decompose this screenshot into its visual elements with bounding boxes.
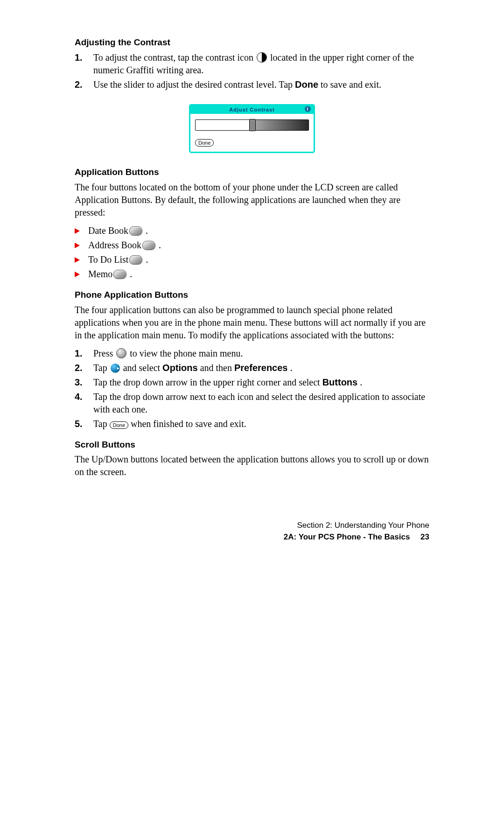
text: when finished to save and exit. — [131, 419, 246, 429]
bold-preferences: Preferences — [234, 363, 288, 373]
period: . — [143, 253, 148, 266]
info-icon: i — [305, 106, 311, 112]
memo-button-icon — [113, 270, 126, 279]
heading-scroll-buttons: Scroll Buttons — [75, 439, 429, 451]
text: and select — [123, 363, 162, 373]
heading-application-buttons: Application Buttons — [75, 166, 429, 178]
text: to view the phone main menu. — [130, 348, 243, 358]
text: Tap the drop down arrow in the upper rig… — [93, 377, 322, 387]
done-pill-icon: Done — [110, 421, 128, 429]
application-buttons-intro: The four buttons located on the bottom o… — [75, 181, 429, 219]
heading-phone-app-buttons: Phone Application Buttons — [75, 289, 429, 301]
list-item: Address Book . — [75, 239, 429, 252]
datebook-button-icon — [129, 226, 142, 236]
list-item: To Do List . — [75, 253, 429, 266]
contrast-steps: 1. To adjust the contrast, tap the contr… — [75, 51, 429, 91]
step-text: Use the slider to adjust the desired con… — [88, 78, 429, 91]
menu-icon — [111, 364, 120, 373]
step-text: Tap and select Options and then Preferen… — [88, 362, 429, 374]
text: To adjust the contrast, tap the contrast… — [93, 52, 256, 63]
text: Use the slider to adjust the desired con… — [93, 79, 295, 90]
step-number: 2. — [75, 362, 88, 374]
item-label: Memo — [88, 268, 112, 280]
item-label: Address Book — [88, 239, 141, 252]
step-number: 4. — [75, 391, 88, 403]
bold-options: Options — [162, 363, 198, 373]
text: and then — [200, 363, 234, 373]
page-footer: Section 2: Understanding Your Phone 2A: … — [75, 520, 429, 543]
app-button-list: Date Book . Address Book . To Do List . … — [75, 224, 429, 280]
contrast-slider[interactable] — [195, 119, 309, 131]
item-label: To Do List — [88, 253, 128, 266]
dialog-title-text: Adjust Contrast — [229, 107, 275, 112]
phone-button-icon — [116, 348, 126, 358]
dialog-titlebar: Adjust Contrast i — [190, 105, 314, 114]
item-label: Date Book — [88, 224, 128, 237]
step-number: 1. — [75, 347, 88, 360]
step-number: 5. — [75, 418, 88, 430]
bold-buttons: Buttons — [322, 377, 358, 387]
heading-adjusting-contrast: Adjusting the Contrast — [75, 36, 429, 49]
scroll-buttons-body: The Up/Down buttons located between the … — [75, 453, 429, 478]
step-text: Tap the drop down arrow in the upper rig… — [88, 376, 429, 389]
footer-section-line: Section 2: Understanding Your Phone — [75, 520, 429, 531]
step-number: 2. — [75, 78, 88, 91]
addressbook-button-icon — [142, 241, 155, 250]
step-text: Press to view the phone main menu. — [88, 347, 429, 360]
phone-app-steps: 1. Press to view the phone main menu. 2.… — [75, 347, 429, 430]
step-number: 3. — [75, 376, 88, 389]
period: . — [127, 268, 132, 280]
page-number: 23 — [420, 532, 429, 541]
contrast-icon — [257, 52, 267, 63]
period: . — [143, 224, 148, 237]
text: to save and exit. — [321, 79, 381, 90]
text: . — [290, 363, 293, 373]
list-item: Date Book . — [75, 224, 429, 237]
text: Tap — [93, 363, 110, 373]
step-text: Tap Done when finished to save and exit. — [88, 418, 429, 430]
slider-thumb[interactable] — [249, 119, 256, 131]
todolist-button-icon — [129, 255, 142, 265]
step-number: 1. — [75, 51, 88, 64]
text: Press — [93, 348, 115, 358]
text: . — [360, 377, 362, 387]
step-text: To adjust the contrast, tap the contrast… — [88, 51, 429, 77]
dialog-done-button[interactable]: Done — [195, 139, 214, 147]
bold-done: Done — [295, 79, 318, 90]
footer-chapter-line: 2A: Your PCS Phone - The Basics 23 — [75, 532, 429, 543]
contrast-dialog-figure: Adjust Contrast i Done — [189, 104, 315, 154]
step-text: Tap the drop down arrow next to each ico… — [88, 391, 429, 416]
list-item: Memo . — [75, 268, 429, 280]
period: . — [156, 239, 161, 252]
footer-chapter-text: 2A: Your PCS Phone - The Basics — [284, 532, 410, 541]
phone-app-intro: The four application buttons can also be… — [75, 304, 429, 342]
text: Tap — [93, 419, 110, 429]
